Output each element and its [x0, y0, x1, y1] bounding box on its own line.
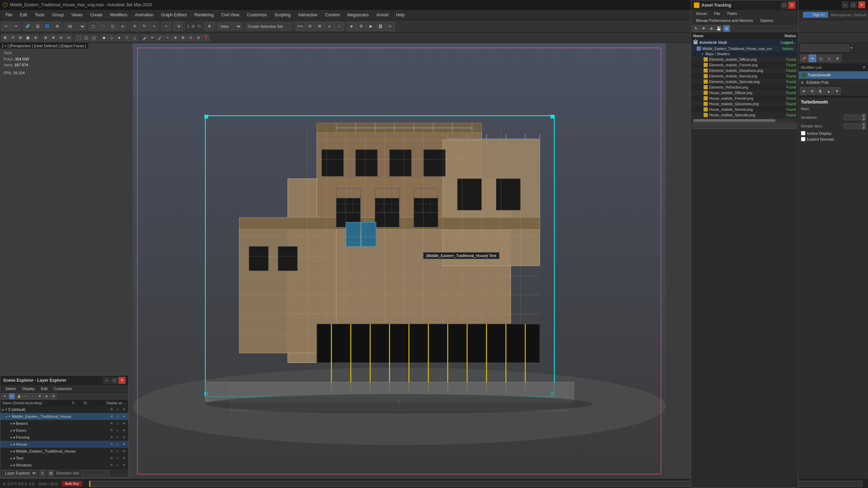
se-footer-btn2[interactable]: ⊞	[48, 470, 54, 476]
se-col-name[interactable]: Name (Sorted Ascending)	[2, 401, 68, 405]
tb2-btn5[interactable]: ⊛	[32, 34, 39, 41]
modifier-display-icon[interactable]: ◻	[825, 55, 833, 62]
menu-item-edit[interactable]: Edit	[16, 11, 31, 19]
select-object-button[interactable]: ▢	[89, 22, 98, 31]
select-filter-button[interactable]: ⊞	[52, 22, 62, 31]
menu-item-rendering[interactable]: Rendering	[191, 11, 217, 19]
at-menu-file[interactable]: File	[711, 11, 723, 16]
maximize-button[interactable]: □	[850, 1, 857, 8]
se-hide-icon[interactable]: 👁	[36, 393, 43, 399]
modifier-pin-icon[interactable]: 📌	[800, 55, 808, 62]
at-table-button[interactable]: ⊞	[723, 25, 730, 32]
se-menu-display[interactable]: Display	[19, 386, 38, 391]
tb2-btn3[interactable]: ⊞	[17, 34, 24, 41]
menu-item-modifiers[interactable]: Modifiers	[107, 11, 131, 19]
tb2-paint[interactable]: 🖌	[141, 34, 148, 41]
ribbon-button[interactable]: ≡	[325, 22, 334, 31]
at-row-refraction[interactable]: Elements_Refraction.png Found	[691, 84, 798, 90]
modifier-utilities-icon[interactable]: ⚙	[834, 55, 841, 62]
se-menu-edit[interactable]: Edit	[38, 386, 50, 391]
at-row-diffuse[interactable]: Elements_realistic_Diffuse.png Found	[691, 57, 798, 62]
create-selection-set-input[interactable]	[248, 24, 290, 28]
se-filter-icon[interactable]: ⊕	[43, 393, 50, 399]
menu-item-customize[interactable]: Customize	[244, 11, 270, 19]
tb2-vertex[interactable]: ◆	[100, 34, 107, 41]
move-button[interactable]: ✛	[130, 22, 139, 31]
se-col-displayas[interactable]: Display as ...	[94, 401, 126, 405]
se-row-windows[interactable]: ● ◆ Windows 👁 ▷ ❄	[0, 462, 128, 469]
layer-manager-button[interactable]: ⊞	[315, 22, 324, 31]
select-region-button[interactable]: ⬚	[98, 22, 107, 31]
add-modifier-button[interactable]: ⊕	[800, 87, 808, 95]
tb2-paint9[interactable]: ❓	[202, 34, 209, 41]
modifier-properties-icon[interactable]: ⊞	[809, 55, 816, 62]
curve-editor-button[interactable]: ⎍	[335, 22, 344, 31]
se-menu-customize[interactable]: Customize	[51, 386, 75, 391]
tb2-btn1[interactable]: ⊠	[1, 34, 8, 41]
tb2-paint7[interactable]: ⊙	[187, 34, 194, 41]
tb2-command[interactable]: ◱	[83, 34, 90, 41]
at-row-fresnel[interactable]: Elements_realistic_Fresnel.png Found	[691, 62, 798, 68]
menu-item-animation[interactable]: Animation	[131, 11, 157, 19]
menu-item-group[interactable]: Group	[49, 11, 67, 19]
select-crossing-button[interactable]: ⧈	[118, 22, 127, 31]
selection-set-input[interactable]	[82, 470, 109, 476]
tb2-edge[interactable]: ◇	[108, 34, 115, 41]
at-row-normal[interactable]: Elements_realistic_Normal.png Found	[691, 73, 798, 79]
at-row-maps[interactable]: ▼ Maps / Shaders	[691, 51, 798, 57]
render-iters-down-button[interactable]: ▼	[862, 126, 866, 130]
at-menu-server[interactable]: Server	[693, 11, 710, 16]
at-view-button[interactable]: 👁	[700, 25, 707, 32]
se-row-doors[interactable]: ● ◆ Doors 👁 ▷ ❄	[0, 427, 128, 434]
render-iters-input[interactable]: 2	[844, 123, 861, 129]
material-editor-button[interactable]: ◈	[347, 22, 356, 31]
se-menu-select[interactable]: Select	[2, 386, 19, 391]
render-gpu-button[interactable]: ▷	[386, 22, 395, 31]
select-and-place-button[interactable]: ⇲	[174, 22, 183, 31]
iterations-up-button[interactable]: ▲	[862, 114, 866, 117]
se-row-house[interactable]: ● ◆ House 👁 ▷ ❄	[0, 441, 128, 448]
at-highlight-button[interactable]: ⊕	[708, 25, 715, 32]
tb2-snap4[interactable]: ⊙	[65, 34, 72, 41]
tb2-snap1[interactable]: ⊕	[42, 34, 49, 41]
se-col-f[interactable]: F...	[69, 401, 80, 405]
menu-item-arnold[interactable]: Arnold	[373, 11, 392, 19]
menu-item-graph-editors[interactable]: Graph Editors	[157, 11, 190, 19]
menu-item-file[interactable]: File	[2, 11, 16, 19]
tb2-snap2[interactable]: ⊗	[50, 34, 57, 41]
iterations-input[interactable]: 0	[844, 115, 861, 120]
tb2-paint4[interactable]: ⌖	[164, 34, 171, 41]
se-row-met-obj[interactable]: ● ◆ Middle_Eastern_Traditional_House 👁 ▷…	[0, 448, 128, 455]
object-name-input[interactable]: House	[800, 44, 849, 51]
menu-item-scripting[interactable]: Scripting	[271, 11, 294, 19]
menu-item-content[interactable]: Content	[322, 11, 343, 19]
rotate-button[interactable]: ↻	[140, 22, 149, 31]
at-row-specular[interactable]: Elements_realistic_Specular.png Found	[691, 79, 798, 84]
select-window-button[interactable]: ◫	[108, 22, 117, 31]
layer-explorer-dropdown[interactable]: Layer Explorer	[2, 470, 37, 476]
sign-in-button[interactable]: 👤 Sign In	[803, 12, 828, 18]
bind-space-warp-button[interactable]: 🌀	[43, 22, 52, 31]
explicit-normals-checkbox[interactable]	[801, 137, 805, 141]
menu-item-tools[interactable]: Tools	[31, 11, 48, 19]
scale-button[interactable]: ⤡	[149, 22, 159, 31]
select-link-button[interactable]: 🔗	[23, 22, 32, 31]
se-add-icon[interactable]: +	[23, 393, 29, 399]
isoline-checkbox[interactable]	[801, 131, 805, 135]
at-close-button[interactable]: ✕	[788, 2, 795, 9]
at-scrollbar[interactable]	[693, 119, 796, 122]
at-refresh-button[interactable]: ↻	[692, 25, 699, 32]
at-menu-options[interactable]: Options	[757, 18, 776, 23]
modifier-motion-icon[interactable]: ◱	[817, 55, 825, 62]
at-search-input[interactable]	[692, 123, 797, 129]
iterations-down-button[interactable]: ▼	[862, 117, 866, 121]
render-setup-button[interactable]: ⚙	[357, 22, 366, 31]
mirror-button[interactable]: ⟺	[296, 22, 305, 31]
render-frame-button[interactable]: 🖼	[376, 22, 385, 31]
modifier-item-turbosmoooth[interactable]: TurboSmooth	[799, 71, 868, 79]
tb2-paint2[interactable]: ✏	[149, 34, 156, 41]
tb2-face[interactable]: ▼	[116, 34, 123, 41]
unlink-button[interactable]: ⛓	[33, 22, 42, 31]
at-row-house-fresnel[interactable]: House_realistic_Fresnel.png Found	[691, 96, 798, 101]
se-minimize-button[interactable]: −	[103, 377, 110, 384]
